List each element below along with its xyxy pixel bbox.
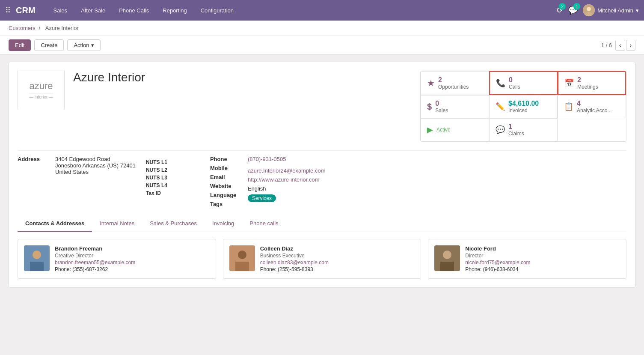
create-button[interactable]: Create <box>34 39 64 51</box>
invoiced-count: $4,610.00 <box>508 100 539 107</box>
breadcrumb: Customers / Azure Interior <box>9 25 80 31</box>
nav-links: Sales After Sale Phone Calls Reporting C… <box>47 4 557 17</box>
breadcrumb-bar: Customers / Azure Interior <box>0 21 644 36</box>
contacts-grid: Brandon Freeman Creative Director brando… <box>18 239 626 279</box>
user-menu[interactable]: Mitchell Admin ▾ <box>583 4 639 16</box>
logo-text: azure — interior — <box>29 80 53 100</box>
left-fields: Address 3404 Edgewood Road Jonesboro Ark… <box>18 156 167 207</box>
tab-internal-notes[interactable]: Internal Notes <box>92 216 142 232</box>
contact-card-1: Colleen Diaz Business Executive colleen.… <box>223 239 421 279</box>
nuts-l3: NUTS L3 <box>146 175 167 181</box>
nuts-l1: NUTS L1 <box>146 159 167 165</box>
contact-card-0: Brandon Freeman Creative Director brando… <box>18 239 216 279</box>
company-logo: azure — interior — <box>18 71 65 109</box>
main-content: azure — interior — Azure Interior ★ 2 Op… <box>0 55 644 295</box>
phone-label: Phone <box>210 156 244 162</box>
stat-opportunities[interactable]: ★ 2 Opportunities <box>421 71 489 95</box>
address-label: Address <box>18 156 52 162</box>
contact-info-0: Brandon Freeman Creative Director brando… <box>55 245 210 272</box>
website-value[interactable]: http://www.azure-interior.com <box>248 176 326 183</box>
mobile-label: Mobile <box>210 165 244 171</box>
updates-icon[interactable]: ⟳ 2 <box>557 6 563 15</box>
contact-labels: Phone Mobile Email Website Language Tags <box>210 156 244 207</box>
toolbar: Edit Create Action ▾ 1 / 6 ‹ › <box>0 36 644 55</box>
record-card: azure — interior — Azure Interior ★ 2 Op… <box>9 62 635 288</box>
active-label: Active <box>436 127 451 133</box>
tab-phone-calls[interactable]: Phone calls <box>242 216 286 232</box>
user-name: Mitchell Admin <box>597 7 633 14</box>
nuts-section: NUTS L1 NUTS L2 NUTS L3 NUTS L4 Tax ID <box>146 159 167 207</box>
services-tag[interactable]: Services <box>248 194 276 202</box>
action-label: Action <box>74 42 89 48</box>
phone-icon: 📞 <box>496 78 505 88</box>
stat-invoiced-info: $4,610.00 Invoiced <box>508 100 539 113</box>
breadcrumb-parent[interactable]: Customers <box>9 25 36 31</box>
star-icon: ★ <box>427 78 435 88</box>
book-icon: 📋 <box>564 102 573 111</box>
brand-logo: CRM <box>16 6 36 15</box>
svg-point-1 <box>587 7 591 11</box>
stat-analytic[interactable]: 📋 4 Analytic Acco... <box>558 95 626 118</box>
prev-button[interactable]: ‹ <box>615 40 625 51</box>
next-button[interactable]: › <box>626 40 635 51</box>
nav-configuration[interactable]: Configuration <box>195 4 240 17</box>
nav-phonecalls[interactable]: Phone Calls <box>113 4 155 17</box>
stat-claims[interactable]: 💬 1 Claims <box>489 118 558 141</box>
toolbar-right: 1 / 6 ‹ › <box>601 40 635 51</box>
address-street: 3404 Edgewood Road <box>55 156 136 162</box>
address-section: Address 3404 Edgewood Road Jonesboro Ark… <box>18 156 136 207</box>
svg-point-12 <box>443 251 451 259</box>
opportunities-count: 2 <box>438 76 469 84</box>
company-name: Azure Interior <box>73 71 145 84</box>
contact-name-1: Colleen Diaz <box>260 245 415 252</box>
action-chevron-icon: ▾ <box>91 42 94 48</box>
calendar-icon: 📅 <box>564 78 574 88</box>
stat-invoiced[interactable]: ✏️ $4,610.00 Invoiced <box>489 95 558 118</box>
stat-meetings-info: 2 Meetings <box>577 76 598 90</box>
language-label: Language <box>210 192 244 198</box>
contact-email-0[interactable]: brandon.freeman55@example.com <box>55 260 210 266</box>
website-label: Website <box>210 183 244 189</box>
messages-icon[interactable]: 💬 1 <box>568 6 578 15</box>
active-icon: ▶ <box>427 125 433 134</box>
stat-active[interactable]: ▶ Active <box>421 118 489 141</box>
stat-meetings[interactable]: 📅 2 Meetings <box>558 71 626 95</box>
svg-rect-10 <box>235 262 249 271</box>
dollar-icon: $ <box>427 102 432 112</box>
edit-icon: ✏️ <box>496 102 505 111</box>
contact-info-1: Colleen Diaz Business Executive colleen.… <box>260 245 415 272</box>
tags-value: Services <box>248 194 326 202</box>
sales-count: 0 <box>435 100 448 107</box>
apps-icon[interactable]: ⠿ <box>5 6 11 15</box>
tab-contacts[interactable]: Contacts & Addresses <box>18 216 92 232</box>
phone-value[interactable]: (870)-931-0505 <box>248 156 326 162</box>
stat-sales[interactable]: $ 0 Sales <box>421 95 489 118</box>
contact-avatar-2 <box>434 245 460 271</box>
tab-sales-purchases[interactable]: Sales & Purchases <box>142 216 205 232</box>
breadcrumb-separator: / <box>39 25 42 31</box>
email-value[interactable]: azure.Interior24@example.com <box>248 167 326 174</box>
language-value: English <box>248 185 326 192</box>
calls-count: 0 <box>509 76 520 84</box>
contact-values: (870)-931-0505 azure.Interior24@example.… <box>248 156 326 207</box>
edit-button[interactable]: Edit <box>9 39 31 51</box>
svg-rect-6 <box>30 262 44 271</box>
nav-aftersale[interactable]: After Sale <box>75 4 111 17</box>
invoiced-label: Invoiced <box>508 107 539 113</box>
stat-active-info: Active <box>436 127 451 133</box>
action-button[interactable]: Action ▾ <box>67 39 100 51</box>
nav-reporting[interactable]: Reporting <box>157 4 193 17</box>
contact-card-2: Nicole Ford Director nicole.ford75@examp… <box>428 239 626 279</box>
analytic-count: 4 <box>577 100 611 107</box>
stat-calls-info: 0 Calls <box>509 76 520 90</box>
claims-label: Claims <box>508 131 524 137</box>
tab-invoicing[interactable]: Invoicing <box>205 216 242 232</box>
nuts-l2: NUTS L2 <box>146 167 167 173</box>
contact-name-2: Nicole Ford <box>465 245 620 252</box>
stat-calls[interactable]: 📞 0 Calls <box>489 71 558 95</box>
logo-sub: — interior — <box>29 93 53 100</box>
nav-sales[interactable]: Sales <box>47 4 74 17</box>
contact-email-2[interactable]: nicole.ford75@example.com <box>465 260 620 266</box>
contact-role-0: Creative Director <box>55 253 210 259</box>
contact-email-1[interactable]: colleen.diaz83@example.com <box>260 260 415 266</box>
